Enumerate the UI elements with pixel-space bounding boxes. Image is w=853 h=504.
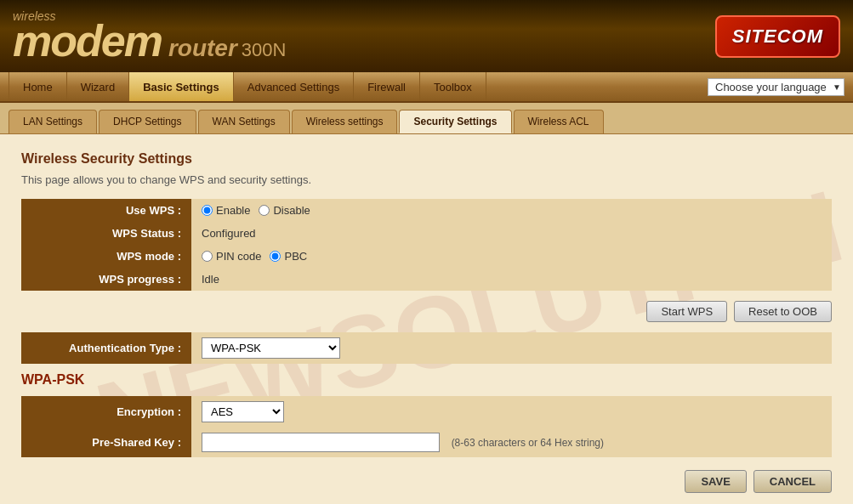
reset-oob-button[interactable]: Reset to OOB (734, 301, 832, 322)
encryption-table: Encryption : AES TKIP TKIP+AES Pre-Share… (21, 396, 832, 457)
wps-btn-row: Start WPS Reset to OOB (21, 301, 832, 322)
start-wps-button[interactable]: Start WPS (646, 301, 727, 322)
nav-advanced-settings[interactable]: Advanced Settings (234, 72, 354, 101)
wps-enable-label[interactable]: Enable (202, 204, 250, 217)
tab-dhcp[interactable]: DHCP Settings (99, 110, 196, 133)
router-label: router (168, 35, 237, 62)
auth-type-label: Authentication Type : (21, 332, 191, 364)
psk-label: Pre-Shared Key : (21, 428, 191, 457)
wps-status-label: WPS Status : (21, 222, 191, 245)
wps-row-mode: WPS mode : PIN code PBC (21, 245, 832, 268)
tab-lan[interactable]: LAN Settings (9, 110, 97, 133)
logo-area: wireless modem router 300N (13, 9, 286, 63)
modem-label: modem (13, 19, 162, 63)
wps-mode-value: PIN code PBC (191, 245, 832, 268)
wps-mode-label: WPS mode : (21, 245, 191, 268)
brand-logo: SITECOM (715, 15, 840, 58)
pin-code-label[interactable]: PIN code (202, 250, 261, 263)
encryption-label: Encryption : (21, 396, 191, 428)
wps-enable-radio[interactable] (202, 205, 213, 216)
navbar: Home Wizard Basic Settings Advanced Sett… (0, 72, 853, 103)
wps-mode-radio-group: PIN code PBC (202, 250, 823, 263)
nav-wizard[interactable]: Wizard (67, 72, 129, 101)
wps-enable-text: Enable (216, 204, 250, 217)
section-title: Wireless Security Settings (21, 151, 832, 167)
nav-basic-settings[interactable]: Basic Settings (129, 72, 234, 101)
encryption-row: Encryption : AES TKIP TKIP+AES (21, 396, 832, 428)
pin-code-radio[interactable] (202, 251, 213, 262)
model-label: 300N (242, 39, 287, 61)
encryption-value: AES TKIP TKIP+AES (191, 396, 832, 428)
footer-buttons: SAVE CANCEL (21, 470, 832, 493)
pin-code-text: PIN code (216, 250, 261, 263)
wps-status-value: Configured (191, 222, 832, 245)
language-select[interactable]: Choose your language (708, 78, 844, 96)
auth-type-select[interactable]: WPA-PSK WPA2-PSK WPA-PSK/WPA2-PSK WEP (202, 337, 340, 359)
psk-row: Pre-Shared Key : (8-63 characters or 64 … (21, 428, 832, 457)
brand-text: SITECOM (732, 25, 823, 47)
tab-wan[interactable]: WAN Settings (198, 110, 290, 133)
nav-firewall[interactable]: Firewall (354, 72, 420, 101)
encryption-select[interactable]: AES TKIP TKIP+AES (202, 401, 284, 422)
wpa-title: WPA-PSK (21, 372, 832, 388)
content-inner: Wireless Security Settings This page all… (21, 151, 832, 493)
nav-right: Choose your language (708, 72, 844, 101)
tab-acl[interactable]: Wireless ACL (514, 110, 604, 133)
pbc-text: PBC (284, 250, 307, 263)
header: wireless modem router 300N SITECOM (0, 0, 853, 72)
save-button[interactable]: SAVE (685, 470, 746, 493)
auth-type-value: WPA-PSK WPA2-PSK WPA-PSK/WPA2-PSK WEP (191, 332, 832, 364)
wps-row-progress: WPS progress : Idle (21, 268, 832, 291)
auth-table: Authentication Type : WPA-PSK WPA2-PSK W… (21, 332, 832, 364)
wps-progress-value: Idle (191, 268, 832, 291)
wps-disable-text: Disable (273, 204, 310, 217)
nav-toolbox[interactable]: Toolbox (420, 72, 486, 101)
psk-value: (8-63 characters or 64 Hex string) (191, 428, 832, 457)
wps-settings-table: Use WPS : Enable Disable WPS (21, 199, 832, 291)
tab-wireless[interactable]: Wireless settings (292, 110, 398, 133)
psk-input[interactable] (202, 433, 440, 452)
wps-row-status: WPS Status : Configured (21, 222, 832, 245)
section-desc: This page allows you to change WPS and s… (21, 173, 832, 186)
pbc-radio[interactable] (270, 251, 281, 262)
wps-row-usewps: Use WPS : Enable Disable (21, 199, 832, 222)
wps-disable-radio[interactable] (259, 205, 270, 216)
tabs-bar: LAN Settings DHCP Settings WAN Settings … (0, 103, 853, 134)
language-wrapper: Choose your language (708, 78, 844, 96)
tab-security[interactable]: Security Settings (399, 110, 511, 133)
cancel-button[interactable]: CANCEL (753, 470, 832, 493)
wps-progress-label: WPS progress : (21, 268, 191, 291)
pbc-label[interactable]: PBC (270, 250, 307, 263)
use-wps-value: Enable Disable (191, 199, 832, 222)
use-wps-radio-group: Enable Disable (202, 204, 823, 217)
content-area: NEWSOLUTION Wireless Security Settings T… (0, 134, 853, 504)
use-wps-label: Use WPS : (21, 199, 191, 222)
auth-row: Authentication Type : WPA-PSK WPA2-PSK W… (21, 332, 832, 364)
nav-home[interactable]: Home (9, 72, 67, 101)
wps-disable-label[interactable]: Disable (259, 204, 310, 217)
psk-hint: (8-63 characters or 64 Hex string) (452, 437, 604, 449)
